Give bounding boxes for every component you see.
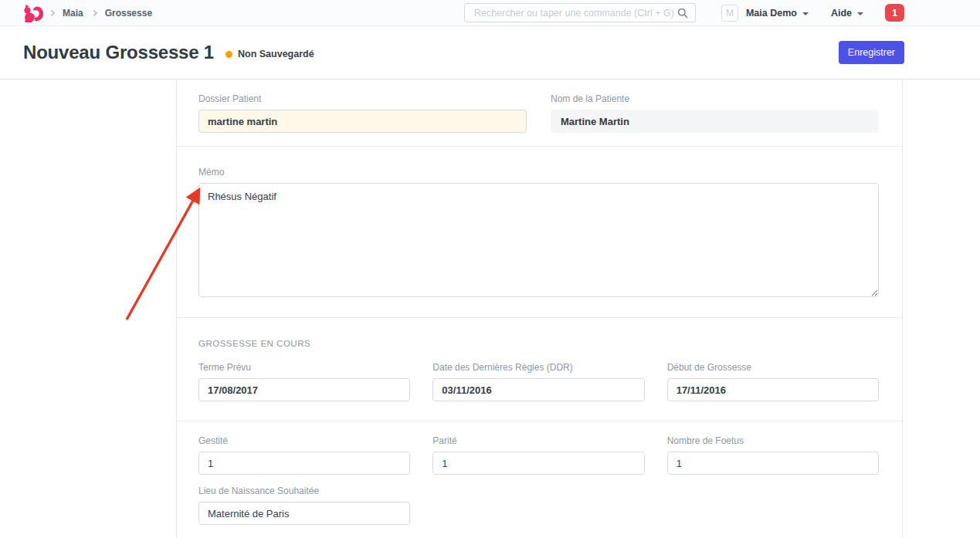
field-parite: Parité bbox=[432, 435, 644, 475]
section-grossesse-en-cours: GROSSESSE EN COURS Terme Prévu Date des … bbox=[177, 318, 902, 421]
lieu-naissance-input[interactable] bbox=[198, 502, 410, 525]
section-gestite: Gestité Parité Nombre de Foetus Lieu de … bbox=[177, 421, 902, 538]
field-dossier-patient: Dossier Patient bbox=[198, 93, 527, 146]
user-menu[interactable]: Maia Demo bbox=[746, 8, 809, 19]
breadcrumb-item-maia[interactable]: Maia bbox=[63, 8, 83, 19]
dossier-patient-input[interactable] bbox=[198, 110, 527, 133]
memo-label: Mémo bbox=[198, 167, 879, 178]
section-heading: GROSSESSE EN COURS bbox=[198, 338, 879, 349]
memo-textarea[interactable]: Rhésus Négatif bbox=[198, 183, 879, 297]
field-gestite: Gestité bbox=[198, 435, 410, 475]
parite-label: Parité bbox=[432, 435, 644, 446]
status-label: Non Sauvegardé bbox=[238, 49, 314, 59]
section-patient: Dossier Patient Nom de la Patiente Marti… bbox=[177, 80, 902, 147]
field-terme-prevu: Terme Prévu bbox=[198, 362, 410, 401]
chevron-right-icon bbox=[49, 9, 55, 15]
terme-prevu-label: Terme Prévu bbox=[198, 362, 410, 373]
breadcrumb: Maia Grossesse bbox=[49, 0, 152, 25]
dossier-patient-label: Dossier Patient bbox=[198, 93, 527, 104]
squirrel-logo-icon[interactable] bbox=[22, 3, 44, 23]
page-header: Nouveau Grossesse 1 Non Sauvegardé Enreg… bbox=[0, 26, 980, 80]
chevron-down-icon bbox=[857, 12, 863, 15]
document-status: Non Sauvegardé bbox=[226, 49, 314, 59]
field-ddr: Date des Dernières Règles (DDR) bbox=[432, 362, 644, 401]
help-menu-label: Aide bbox=[831, 8, 852, 19]
search-input[interactable] bbox=[474, 8, 677, 19]
magnifier-icon bbox=[677, 8, 688, 19]
parite-input[interactable] bbox=[432, 452, 644, 475]
navbar-right-cluster: M Maia Demo Aide 1 bbox=[721, 0, 904, 25]
help-menu[interactable]: Aide bbox=[831, 8, 863, 19]
field-lieu-naissance: Lieu de Naissance Souhaitée bbox=[198, 486, 410, 525]
terme-prevu-input[interactable] bbox=[198, 378, 410, 401]
breadcrumb-item-grossesse[interactable]: Grossesse bbox=[105, 8, 152, 19]
chevron-right-icon bbox=[90, 9, 97, 15]
nom-patiente-label: Nom de la Patiente bbox=[551, 93, 879, 104]
debut-grossesse-input[interactable] bbox=[667, 378, 879, 401]
nombre-foetus-label: Nombre de Foetus bbox=[667, 435, 879, 446]
gestite-label: Gestité bbox=[198, 435, 410, 446]
debut-grossesse-label: Début de Grossesse bbox=[667, 362, 879, 373]
field-nom-patiente: Nom de la Patiente Martine Martin bbox=[551, 93, 879, 146]
ddr-input[interactable] bbox=[432, 378, 644, 401]
chevron-down-icon bbox=[802, 12, 809, 15]
form-container: Dossier Patient Nom de la Patiente Marti… bbox=[176, 80, 903, 538]
global-search bbox=[464, 3, 696, 22]
nombre-foetus-input[interactable] bbox=[667, 452, 879, 475]
notification-badge[interactable]: 1 bbox=[885, 4, 904, 22]
lieu-naissance-label: Lieu de Naissance Souhaitée bbox=[198, 486, 410, 496]
section-memo: Mémo Rhésus Négatif bbox=[177, 147, 902, 318]
status-dot-icon bbox=[226, 51, 232, 58]
user-avatar[interactable]: M bbox=[721, 5, 738, 22]
field-nombre-foetus: Nombre de Foetus bbox=[667, 435, 879, 475]
field-debut-grossesse: Début de Grossesse bbox=[667, 362, 879, 401]
save-button[interactable]: Enregistrer bbox=[839, 41, 904, 64]
page-title: Nouveau Grossesse 1 bbox=[23, 42, 214, 63]
user-menu-label: Maia Demo bbox=[746, 8, 797, 19]
ddr-label: Date des Dernières Règles (DDR) bbox=[432, 362, 644, 373]
gestite-input[interactable] bbox=[198, 452, 410, 475]
nom-patiente-value: Martine Martin bbox=[551, 110, 879, 133]
top-navbar: Maia Grossesse M Maia Demo Aide 1 bbox=[0, 0, 980, 26]
